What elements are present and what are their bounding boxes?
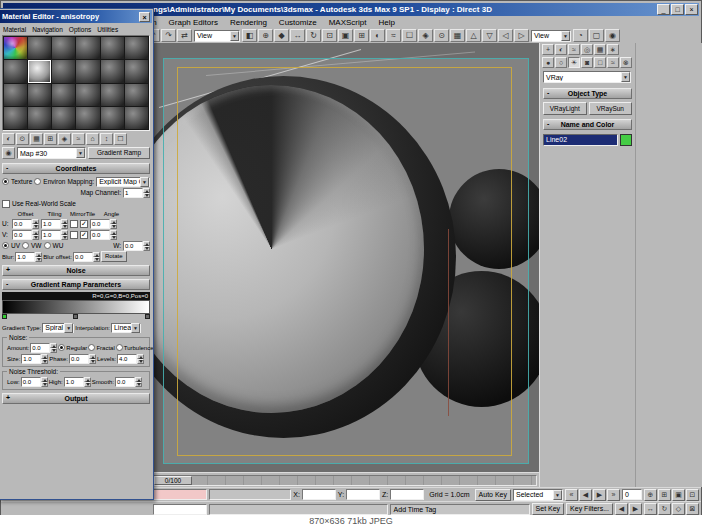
material-slot[interactable] xyxy=(52,84,75,106)
material-slot[interactable] xyxy=(76,84,99,106)
viewport-nav-icon[interactable]: ◇ xyxy=(672,503,685,515)
time-slider-thumb[interactable]: 0/100 xyxy=(154,476,192,485)
menu-item[interactable]: Utilities xyxy=(97,26,118,33)
toolbar-icon[interactable]: ⊡ xyxy=(322,29,337,42)
material-tool-icon[interactable]: ◐ xyxy=(2,133,15,145)
coord-x-field[interactable] xyxy=(302,489,336,500)
add-time-tag-button[interactable]: Add Time Tag xyxy=(390,504,530,515)
material-slot[interactable] xyxy=(28,107,51,129)
material-slot[interactable] xyxy=(4,84,27,106)
blur-offset-spinner[interactable]: 0.0 xyxy=(73,252,100,262)
material-slot[interactable] xyxy=(52,60,75,82)
menu-item[interactable]: MAXScript xyxy=(329,18,367,27)
toolbar-icon[interactable]: ◧ xyxy=(242,29,257,42)
material-tool-icon[interactable]: ☐ xyxy=(114,133,127,145)
subcategory-dropdown[interactable]: VRay xyxy=(543,71,631,83)
maxscript-listener-input[interactable] xyxy=(153,504,207,515)
material-tool-icon[interactable]: ≈ xyxy=(72,133,85,145)
category-icon[interactable]: ◙ xyxy=(581,57,593,68)
tiling-v-spinner[interactable]: 1.0 xyxy=(41,230,68,240)
toolbar-icon[interactable]: ◉ xyxy=(605,29,620,42)
toolbar-icon[interactable]: ◆ xyxy=(274,29,289,42)
material-slot[interactable] xyxy=(28,60,51,82)
toolbar-icon[interactable]: ⇄ xyxy=(177,29,192,42)
object-name-field[interactable]: Line02 xyxy=(543,134,618,146)
gradient-ramp-parameters-rollout[interactable]: Gradient Ramp Parameters xyxy=(2,279,150,290)
coord-z-field[interactable] xyxy=(390,489,424,500)
output-rollout[interactable]: Output xyxy=(2,393,150,404)
mirror-u-checkbox[interactable] xyxy=(70,220,78,228)
vw-radio[interactable] xyxy=(22,242,29,249)
material-slot[interactable] xyxy=(4,107,27,129)
viewport-nav-icon[interactable]: ↔ xyxy=(644,503,657,515)
levels-spinner[interactable]: 4.0 xyxy=(117,354,144,364)
gradient-flag[interactable] xyxy=(145,314,150,319)
name-color-rollout[interactable]: Name and Color xyxy=(543,119,632,130)
key-filters-button[interactable]: Key Filters... xyxy=(566,503,613,515)
toolbar-icon[interactable]: ↷ xyxy=(161,29,176,42)
angle-w-spinner[interactable]: 0.0 xyxy=(123,241,150,251)
material-slot[interactable] xyxy=(28,84,51,106)
key-step-icon[interactable]: ◀ xyxy=(615,503,628,515)
material-slot[interactable] xyxy=(101,60,124,82)
category-icon[interactable]: ≈ xyxy=(607,57,619,68)
toolbar-icon[interactable]: ⊙ xyxy=(434,29,449,42)
amount-spinner[interactable]: 0.0 xyxy=(30,343,57,353)
regular-radio[interactable] xyxy=(58,344,65,351)
interpolation-dropdown[interactable]: Linear xyxy=(111,323,141,333)
time-slider-track[interactable]: 0/100 xyxy=(153,475,537,486)
material-slot[interactable] xyxy=(52,107,75,129)
wu-radio[interactable] xyxy=(44,242,51,249)
viewport-nav-icon[interactable]: ⊡ xyxy=(686,489,699,501)
material-name-dropdown[interactable]: Map #30 xyxy=(17,147,86,159)
noise-rollout[interactable]: Noise xyxy=(2,265,150,276)
blur-spinner[interactable]: 1.0 xyxy=(15,252,42,262)
viewport-nav-icon[interactable]: ⊕ xyxy=(644,489,657,501)
material-slot[interactable] xyxy=(101,107,124,129)
material-slot[interactable] xyxy=(52,37,75,59)
material-tool-icon[interactable]: ⊞ xyxy=(44,133,57,145)
low-spinner[interactable]: 0.0 xyxy=(21,377,48,387)
gradient-ramp-bar[interactable] xyxy=(2,300,150,314)
fractal-radio[interactable] xyxy=(88,344,95,351)
maximize-button[interactable]: □ xyxy=(671,4,684,15)
toolbar-icon[interactable]: ◐ xyxy=(370,29,385,42)
map-channel-spinner[interactable]: 1 xyxy=(123,188,150,198)
object-color-swatch[interactable] xyxy=(620,134,632,146)
transport-icon[interactable]: » xyxy=(607,489,620,501)
phase-spinner[interactable]: 0.0 xyxy=(69,354,96,364)
create-object-button[interactable]: VRayLight xyxy=(543,102,587,115)
uv-radio[interactable] xyxy=(2,242,9,249)
command-panel-tab-icon[interactable]: ≈ xyxy=(568,44,580,55)
material-slot[interactable] xyxy=(125,84,148,106)
key-step-icon[interactable]: ▶ xyxy=(629,503,642,515)
reference-coordinate-dropdown[interactable]: View xyxy=(194,30,240,42)
gradient-type-dropdown[interactable]: Spiral xyxy=(42,323,74,333)
viewport-nav-icon[interactable]: ↻ xyxy=(658,503,671,515)
mirror-v-checkbox[interactable] xyxy=(70,231,78,239)
material-slot[interactable] xyxy=(125,60,148,82)
selection-set-dropdown[interactable]: Selected xyxy=(513,489,563,501)
toolbar-icon[interactable]: ☐ xyxy=(402,29,417,42)
toolbar-icon[interactable]: ▢ xyxy=(589,29,604,42)
menu-item[interactable]: Options xyxy=(69,26,91,33)
toolbar-icon[interactable]: ↔ xyxy=(290,29,305,42)
category-icon[interactable]: ⊗ xyxy=(620,57,632,68)
menu-item[interactable]: Customize xyxy=(279,18,317,27)
menu-item[interactable]: Help xyxy=(378,18,394,27)
category-icon[interactable]: □ xyxy=(594,57,606,68)
render-type-dropdown[interactable]: View xyxy=(531,30,571,42)
material-editor-titlebar[interactable]: Material Editor - anisotropy × xyxy=(0,10,152,23)
toolbar-icon[interactable]: ▣ xyxy=(338,29,353,42)
time-slider[interactable]: 0/100 xyxy=(151,472,539,487)
gradient-flag[interactable] xyxy=(73,314,78,319)
toolbar-icon[interactable]: ▦ xyxy=(450,29,465,42)
create-object-button[interactable]: VRaySun xyxy=(589,102,633,115)
tile-v-checkbox[interactable] xyxy=(80,231,88,239)
category-icon[interactable]: ○ xyxy=(555,57,567,68)
transport-icon[interactable]: ◀ xyxy=(579,489,592,501)
menu-item[interactable]: Graph Editors xyxy=(169,18,218,27)
material-tool-icon[interactable]: ⌂ xyxy=(86,133,99,145)
object-type-rollout[interactable]: Object Type xyxy=(543,88,632,99)
command-panel-tab-icon[interactable]: ∗ xyxy=(607,44,619,55)
